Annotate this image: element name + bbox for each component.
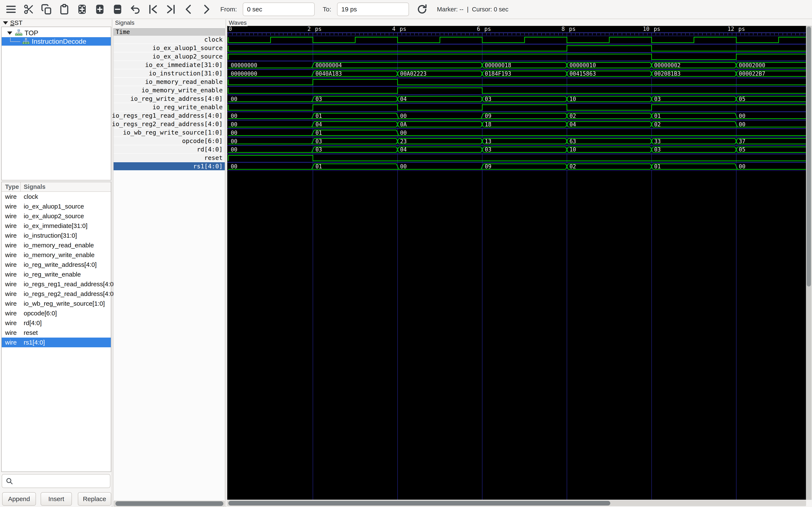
zoom-in-icon[interactable]	[94, 3, 106, 15]
wave-name-row[interactable]: opcode[6:0]	[113, 137, 225, 145]
panel-divider[interactable]	[225, 19, 226, 507]
column-header-signals[interactable]: Signals	[21, 183, 45, 190]
signal-name: io_regs_reg1_read_address[4:0]	[20, 281, 115, 288]
svg-text:04: 04	[569, 121, 576, 128]
zoom-fit-icon[interactable]	[76, 3, 88, 15]
wave-name-row[interactable]: io_ex_aluop1_source	[113, 44, 225, 52]
wave-name-row[interactable]: io_ex_immediate[31:0]	[113, 61, 225, 69]
signal-name: io_memory_write_enable	[20, 251, 95, 259]
time-header[interactable]: Time	[113, 28, 225, 36]
signal-name: opcode[6:0]	[20, 310, 57, 317]
signal-list-row[interactable]: wireio_regs_reg2_read_address[4:0]	[2, 289, 111, 299]
signal-list-row[interactable]: wireio_reg_write_address[4:0]	[2, 260, 111, 270]
tree-item-top[interactable]: TOP	[2, 29, 111, 37]
reload-icon[interactable]	[416, 3, 428, 15]
from-input[interactable]	[243, 3, 315, 16]
signal-list-row[interactable]: wirers1[4:0]	[2, 338, 111, 347]
svg-text:03: 03	[315, 96, 322, 102]
signal-type: wire	[2, 300, 20, 307]
svg-text:09: 09	[485, 113, 492, 119]
wave-name-row[interactable]: io_memory_read_enable	[113, 78, 225, 86]
svg-text:09: 09	[485, 163, 492, 170]
next-edge-icon[interactable]	[200, 3, 212, 15]
wave-name-row[interactable]: io_reg_write_address[4:0]	[113, 95, 225, 103]
skip-start-icon[interactable]	[147, 3, 159, 15]
signal-list-row[interactable]: wireio_ex_aluop2_source	[2, 211, 111, 221]
zoom-out-icon[interactable]	[112, 3, 123, 15]
waves-vscrollbar[interactable]	[806, 26, 812, 500]
cut-icon[interactable]	[23, 3, 35, 15]
waves-hscrollbar[interactable]	[227, 500, 806, 506]
wave-name-row[interactable]: io_instruction[31:0]	[113, 69, 225, 78]
prev-edge-icon[interactable]	[183, 3, 195, 15]
signal-search-box[interactable]	[2, 474, 110, 488]
svg-text:00415863: 00415863	[569, 70, 596, 77]
svg-text:02: 02	[569, 163, 576, 170]
append-button[interactable]: Append	[2, 492, 36, 506]
signal-list-row[interactable]: wireio_instruction[31:0]	[2, 231, 111, 240]
tree-item-label: InstructionDecode	[32, 38, 86, 45]
expander-icon[interactable]	[7, 32, 12, 35]
svg-text:37: 37	[739, 138, 745, 145]
sst-expander[interactable]: SST	[3, 19, 22, 26]
panel-divider[interactable]	[112, 19, 112, 507]
undo-icon[interactable]	[130, 3, 141, 15]
to-input[interactable]	[337, 3, 409, 16]
svg-text:01: 01	[315, 113, 322, 119]
skip-end-icon[interactable]	[165, 3, 177, 15]
insert-button[interactable]: Insert	[41, 492, 72, 506]
wave-name-row[interactable]: io_wb_reg_write_source[1:0]	[113, 128, 225, 137]
svg-text:ps: ps	[400, 26, 406, 32]
signal-list-row[interactable]: wireio_memory_write_enable	[2, 250, 111, 260]
svg-text:18: 18	[485, 121, 492, 128]
replace-button[interactable]: Replace	[78, 492, 111, 506]
signal-list-row[interactable]: wireio_regs_reg1_read_address[4:0]	[2, 279, 111, 289]
wave-name-row[interactable]: io_memory_write_enable	[113, 86, 225, 95]
toolbar: From: To: Marker: -- | Cursor: 0 sec	[0, 0, 812, 19]
wave-name-row[interactable]: io_regs_reg1_read_address[4:0]	[113, 112, 225, 120]
svg-text:00000000: 00000000	[231, 70, 257, 77]
wave-name-row[interactable]: io_reg_write_enable	[113, 103, 225, 112]
signals-hscrollbar[interactable]	[113, 501, 225, 507]
wave-name-row[interactable]: rs1[4:0]	[113, 162, 225, 171]
signal-table-header[interactable]: Type Signals	[2, 182, 111, 192]
wave-name-row[interactable]: rd[4:0]	[113, 145, 225, 154]
svg-text:00000018: 00000018	[485, 62, 511, 68]
svg-text:00: 00	[231, 96, 237, 102]
signal-list-row[interactable]: wireio_ex_aluop1_source	[2, 202, 111, 211]
svg-text:0: 0	[229, 26, 232, 32]
search-icon	[5, 477, 13, 485]
wave-name-row[interactable]: io_ex_aluop2_source	[113, 52, 225, 61]
svg-text:00: 00	[231, 163, 237, 170]
signal-list-row[interactable]: wireio_reg_write_enable	[2, 270, 111, 279]
signal-name: io_regs_reg2_read_address[4:0]	[20, 290, 115, 297]
tree-item-instructiondecode[interactable]: InstructionDecode	[2, 37, 111, 46]
signal-list-row[interactable]: wireopcode[6:0]	[2, 308, 111, 318]
wave-name-row[interactable]: io_regs_reg2_read_address[4:0]	[113, 120, 225, 128]
wave-canvas[interactable]: 02ps4ps6ps8ps10ps12ps0000000000000004000…	[227, 26, 806, 500]
signal-list-row[interactable]: wireclock	[2, 192, 111, 202]
signal-name: io_ex_aluop2_source	[20, 213, 84, 220]
menu-icon[interactable]	[5, 3, 17, 15]
copy-icon[interactable]	[41, 3, 52, 15]
signals-panel-label: Signals	[114, 19, 135, 26]
svg-text:00000002: 00000002	[654, 62, 680, 68]
waves-hscrollbar-thumb[interactable]	[229, 501, 610, 506]
wave-name-row[interactable]: reset	[113, 154, 225, 162]
signals-hscrollbar-thumb[interactable]	[115, 501, 223, 506]
svg-text:03: 03	[485, 96, 492, 102]
svg-text:002081B3: 002081B3	[654, 70, 680, 77]
wave-name-row[interactable]: clock	[113, 36, 225, 44]
signal-list-row[interactable]: wirereset	[2, 328, 111, 338]
signal-list-row[interactable]: wireio_memory_read_enable	[2, 240, 111, 250]
signal-name: io_wb_reg_write_source[1:0]	[20, 300, 105, 307]
signal-type: wire	[2, 242, 20, 249]
signal-type: wire	[2, 203, 20, 210]
svg-text:0040A183: 0040A183	[315, 70, 342, 77]
paste-icon[interactable]	[58, 3, 70, 15]
column-header-type[interactable]: Type	[2, 183, 20, 190]
signal-list-row[interactable]: wireio_ex_immediate[31:0]	[2, 221, 111, 231]
signal-list-row[interactable]: wirerd[4:0]	[2, 318, 111, 328]
waves-vscrollbar-thumb[interactable]	[807, 26, 811, 286]
signal-list-row[interactable]: wireio_wb_reg_write_source[1:0]	[2, 299, 111, 308]
